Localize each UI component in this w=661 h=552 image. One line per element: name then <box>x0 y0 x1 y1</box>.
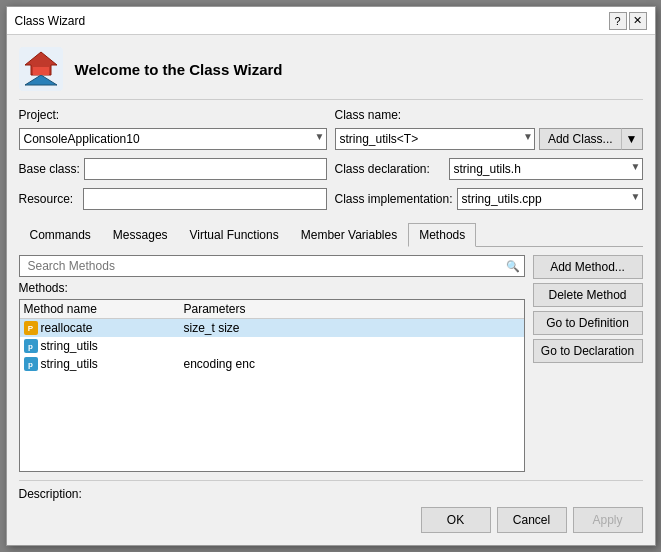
resource-group: Resource: <box>19 188 327 210</box>
tab-methods[interactable]: Methods <box>408 223 476 247</box>
footer-buttons: OK Cancel Apply <box>19 507 643 533</box>
svg-rect-3 <box>33 67 49 75</box>
method-name-1: reallocate <box>41 321 93 335</box>
tab-commands[interactable]: Commands <box>19 223 102 247</box>
tabs-bar: Commands Messages Virtual Functions Memb… <box>19 222 643 247</box>
class-impl-select[interactable]: string_utils.cpp <box>457 188 643 210</box>
classname-combo[interactable]: string_utils<T> ▼ <box>335 128 535 150</box>
right-col: Class name: string_utils<T> ▼ Add Class.… <box>335 108 643 150</box>
title-bar: Class Wizard ? ✕ <box>7 7 655 35</box>
class-decl-group: Class declaration: string_utils.h ▼ <box>335 158 643 180</box>
project-select[interactable]: ConsoleApplication10 <box>19 128 327 150</box>
method-cell-3: p string_utils <box>24 357 184 371</box>
search-icon: 🔍 <box>506 260 520 273</box>
params-cell-3: encoding enc <box>184 357 520 371</box>
public-icon-3: p <box>24 357 38 371</box>
protected-icon-1: P <box>24 321 38 335</box>
search-input[interactable] <box>24 256 506 276</box>
params-cell-1: size_t size <box>184 321 520 335</box>
methods-left: 🔍 Methods: Method name Parameters P <box>19 255 525 472</box>
tab-virtual-functions[interactable]: Virtual Functions <box>179 223 290 247</box>
description-row: Description: <box>19 487 643 501</box>
table-row[interactable]: P reallocate size_t size <box>20 319 524 337</box>
add-class-split: Add Class... ▼ <box>539 128 643 150</box>
class-impl-label: Class implementation: <box>335 192 453 206</box>
col-params-header: Parameters <box>184 302 520 316</box>
close-button[interactable]: ✕ <box>629 12 647 30</box>
tab-messages[interactable]: Messages <box>102 223 179 247</box>
delete-method-button[interactable]: Delete Method <box>533 283 643 307</box>
project-classname-row: Project: ConsoleApplication10 ▼ Class na… <box>19 108 643 150</box>
description-label: Description: <box>19 487 82 501</box>
class-decl-label: Class declaration: <box>335 162 445 176</box>
methods-right: Add Method... Delete Method Go to Defini… <box>533 255 643 472</box>
cancel-button[interactable]: Cancel <box>497 507 567 533</box>
header-title: Welcome to the Class Wizard <box>75 61 283 78</box>
header-section: Welcome to the Class Wizard <box>19 47 643 100</box>
project-label: Project: <box>19 108 327 122</box>
left-col: Project: ConsoleApplication10 ▼ <box>19 108 327 150</box>
wizard-icon <box>19 47 63 91</box>
method-name-3: string_utils <box>41 357 98 371</box>
class-decl-combo[interactable]: string_utils.h ▼ <box>449 158 643 180</box>
footer-section: Description: OK Cancel Apply <box>19 480 643 533</box>
go-to-declaration-button[interactable]: Go to Declaration <box>533 339 643 363</box>
base-class-label: Base class: <box>19 162 80 176</box>
table-row[interactable]: p string_utils encoding enc <box>20 355 524 373</box>
go-to-definition-button[interactable]: Go to Definition <box>533 311 643 335</box>
methods-section: 🔍 Methods: Method name Parameters P <box>19 255 643 472</box>
title-bar-left: Class Wizard <box>15 14 86 28</box>
col-method-header: Method name <box>24 302 184 316</box>
base-class-group: Base class: <box>19 158 327 180</box>
method-cell-1: P reallocate <box>24 321 184 335</box>
class-wizard-dialog: Class Wizard ? ✕ Welcome to the Class Wi… <box>6 6 656 546</box>
ok-button[interactable]: OK <box>421 507 491 533</box>
class-impl-group: Class implementation: string_utils.cpp ▼ <box>335 188 643 210</box>
resource-impl-row: Resource: Class implementation: string_u… <box>19 188 643 210</box>
method-name-2: string_utils <box>41 339 98 353</box>
resource-label: Resource: <box>19 192 79 206</box>
add-class-dropdown-button[interactable]: ▼ <box>621 128 643 150</box>
method-cell-2: p string_utils <box>24 339 184 353</box>
public-icon-2: p <box>24 339 38 353</box>
title-bar-buttons: ? ✕ <box>609 12 647 30</box>
tab-member-variables[interactable]: Member Variables <box>290 223 408 247</box>
add-class-button[interactable]: Add Class... <box>539 128 621 150</box>
classname-row: string_utils<T> ▼ Add Class... ▼ <box>335 128 643 150</box>
classname-select[interactable]: string_utils<T> <box>335 128 535 150</box>
table-row[interactable]: p string_utils <box>20 337 524 355</box>
search-box[interactable]: 🔍 <box>19 255 525 277</box>
base-decl-row: Base class: Class declaration: string_ut… <box>19 158 643 180</box>
table-header: Method name Parameters <box>20 300 524 319</box>
class-impl-combo[interactable]: string_utils.cpp ▼ <box>457 188 643 210</box>
add-method-button[interactable]: Add Method... <box>533 255 643 279</box>
methods-label: Methods: <box>19 281 525 295</box>
help-button[interactable]: ? <box>609 12 627 30</box>
resource-input[interactable] <box>83 188 327 210</box>
apply-button[interactable]: Apply <box>573 507 643 533</box>
base-class-input[interactable] <box>84 158 327 180</box>
methods-table: Method name Parameters P reallocate size… <box>19 299 525 472</box>
class-decl-select[interactable]: string_utils.h <box>449 158 643 180</box>
project-combo[interactable]: ConsoleApplication10 ▼ <box>19 128 327 150</box>
classname-label: Class name: <box>335 108 643 122</box>
dialog-content: Welcome to the Class Wizard Project: Con… <box>7 35 655 545</box>
title-bar-text: Class Wizard <box>15 14 86 28</box>
